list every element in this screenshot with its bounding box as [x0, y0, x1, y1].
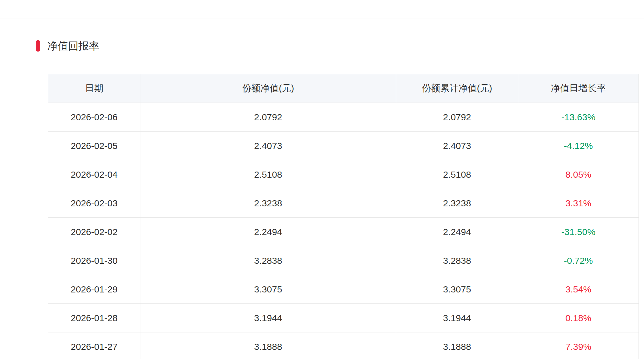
cell-nav: 2.2494 [140, 218, 396, 246]
table-row: 2026-02-042.51082.51088.05% [48, 160, 639, 189]
cell-cum_nav: 2.5108 [396, 160, 518, 189]
nav-return-table-wrap: 日期份额净值(元)份额累计净值(元)净值日增长率 2026-02-062.079… [48, 74, 639, 359]
section-title: 净值回报率 [47, 39, 99, 53]
section-header: 净值回报率 [36, 39, 99, 53]
cell-nav: 3.2838 [140, 246, 396, 275]
cell-date: 2026-01-27 [48, 332, 140, 359]
cell-daily_growth: 8.05% [518, 160, 639, 189]
table-body: 2026-02-062.07922.0792-13.63%2026-02-052… [48, 103, 639, 359]
cell-nav: 3.3075 [140, 275, 396, 304]
cell-date: 2026-02-03 [48, 189, 140, 218]
table-row: 2026-02-032.32382.32383.31% [48, 189, 639, 218]
cell-date: 2026-02-06 [48, 103, 140, 132]
cell-nav: 2.4073 [140, 132, 396, 160]
nav-return-table: 日期份额净值(元)份额累计净值(元)净值日增长率 2026-02-062.079… [48, 74, 639, 359]
cell-cum_nav: 2.3238 [396, 189, 518, 218]
table-row: 2026-01-273.18883.18887.39% [48, 332, 639, 359]
cell-nav: 3.1944 [140, 304, 396, 332]
table-row: 2026-01-303.28383.2838-0.72% [48, 246, 639, 275]
cell-date: 2026-01-29 [48, 275, 140, 304]
column-header: 日期 [48, 74, 140, 103]
cell-daily_growth: 3.31% [518, 189, 639, 218]
table-header: 日期份额净值(元)份额累计净值(元)净值日增长率 [48, 74, 639, 103]
cell-cum_nav: 3.3075 [396, 275, 518, 304]
cell-daily_growth: -4.12% [518, 132, 639, 160]
cell-nav: 2.0792 [140, 103, 396, 132]
column-header: 份额累计净值(元) [396, 74, 518, 103]
cell-cum_nav: 2.0792 [396, 103, 518, 132]
cell-daily_growth: 0.18% [518, 304, 639, 332]
cell-date: 2026-02-05 [48, 132, 140, 160]
column-header: 份额净值(元) [140, 74, 396, 103]
fund-detail-page: 净值回报率 日期份额净值(元)份额累计净值(元)净值日增长率 2026-02-0… [0, 0, 644, 359]
cell-nav: 3.1888 [140, 332, 396, 359]
cell-date: 2026-01-28 [48, 304, 140, 332]
cell-daily_growth: -0.72% [518, 246, 639, 275]
cell-cum_nav: 3.1944 [396, 304, 518, 332]
cell-daily_growth: 7.39% [518, 332, 639, 359]
cell-cum_nav: 2.4073 [396, 132, 518, 160]
cell-daily_growth: -13.63% [518, 103, 639, 132]
cell-daily_growth: -31.50% [518, 218, 639, 246]
cell-date: 2026-01-30 [48, 246, 140, 275]
top-divider [0, 19, 644, 19]
cell-date: 2026-02-02 [48, 218, 140, 246]
cell-nav: 2.5108 [140, 160, 396, 189]
cell-cum_nav: 2.2494 [396, 218, 518, 246]
table-row: 2026-02-052.40732.4073-4.12% [48, 132, 639, 160]
table-row: 2026-02-062.07922.0792-13.63% [48, 103, 639, 132]
column-header: 净值日增长率 [518, 74, 639, 103]
cell-nav: 2.3238 [140, 189, 396, 218]
cell-daily_growth: 3.54% [518, 275, 639, 304]
table-row: 2026-01-283.19443.19440.18% [48, 304, 639, 332]
cell-date: 2026-02-04 [48, 160, 140, 189]
accent-bar-icon [36, 40, 40, 52]
cell-cum_nav: 3.1888 [396, 332, 518, 359]
table-row: 2026-01-293.30753.30753.54% [48, 275, 639, 304]
table-row: 2026-02-022.24942.2494-31.50% [48, 218, 639, 246]
table-header-row: 日期份额净值(元)份额累计净值(元)净值日增长率 [48, 74, 639, 103]
cell-cum_nav: 3.2838 [396, 246, 518, 275]
